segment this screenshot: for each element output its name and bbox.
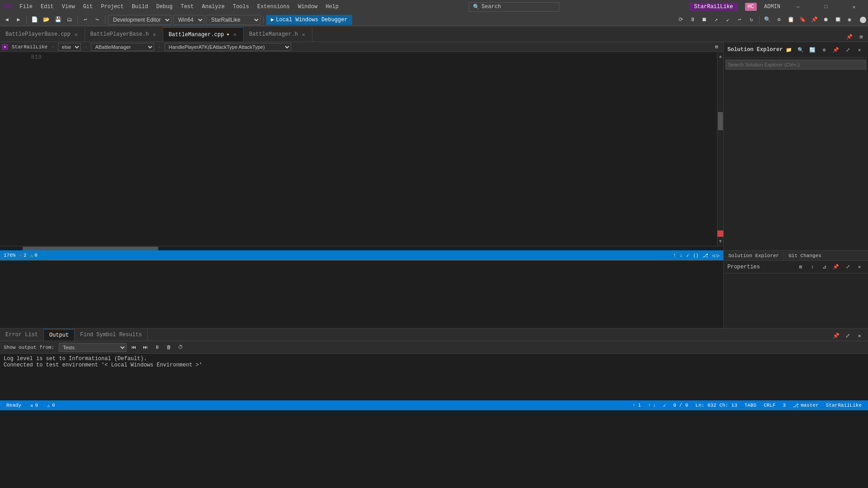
tab-battleplayerbase-h[interactable]: BattlePlayerBase.h ✕ <box>85 27 163 42</box>
prop-sort-btn[interactable]: ↕ <box>807 262 817 272</box>
tab-close-1[interactable]: ✕ <box>151 31 157 38</box>
code-content[interactable] <box>43 52 717 246</box>
down-navigation[interactable]: ↓ <box>679 253 683 258</box>
se-close-btn[interactable]: ✕ <box>854 45 864 55</box>
toolbar-btn-11[interactable]: 🔖 <box>797 15 807 25</box>
output-toolbar-btn-3[interactable]: ⏸ <box>152 343 162 352</box>
menu-window[interactable]: Window <box>294 3 321 11</box>
status-project[interactable]: StarRailLike <box>823 403 864 408</box>
tab-output[interactable]: Output <box>44 329 75 341</box>
status-crlf[interactable]: CRLF <box>761 403 778 408</box>
output-expand-btn[interactable]: ⤢ <box>843 331 853 341</box>
nav-arrows[interactable]: ⟨⟩ <box>693 253 699 258</box>
toolbar-save[interactable]: 💾 <box>53 15 63 25</box>
output-toolbar-btn-4[interactable]: 🗑 <box>164 343 174 352</box>
menu-view[interactable]: View <box>58 3 79 11</box>
prop-pin-btn[interactable]: 📌 <box>831 262 841 272</box>
prop-filter-btn[interactable]: ⊿ <box>819 262 829 272</box>
scroll-down-btn[interactable]: ▼ <box>717 237 723 246</box>
toolbar-btn-12[interactable]: 📌 <box>809 15 819 25</box>
output-toolbar-btn-2[interactable]: ⏭ <box>140 343 150 352</box>
config-dropdown[interactable]: Development Editor <box>108 15 171 25</box>
menu-project[interactable]: Project <box>97 3 127 11</box>
tab-pin-button[interactable]: 📌 <box>844 32 854 42</box>
se-toolbar-btn-3[interactable]: 🔄 <box>807 45 817 55</box>
menu-tools[interactable]: Tools <box>229 3 253 11</box>
se-toolbar-btn-2[interactable]: 🔍 <box>796 45 806 55</box>
toolbar-undo[interactable]: ↩ <box>80 15 90 25</box>
solution-explorer-search[interactable] <box>726 60 866 70</box>
nav-class-dropdown[interactable]: else <box>58 43 81 51</box>
tab-close-2[interactable]: ✕ <box>232 31 238 38</box>
h-scroll-icon2[interactable]: ▷ <box>717 253 720 258</box>
toolbar-btn-1[interactable]: ⟳ <box>676 15 686 25</box>
toolbar-btn-14[interactable]: 🔲 <box>833 15 843 25</box>
platform-dropdown[interactable]: Win64 <box>173 15 204 25</box>
prop-close-btn[interactable]: ✕ <box>854 262 864 272</box>
status-errors[interactable]: ✕ 0 <box>28 400 41 410</box>
toolbar-btn-8[interactable]: 🔍 <box>762 15 772 25</box>
prop-grid-btn[interactable]: ⊞ <box>796 262 806 272</box>
nav-namespace-dropdown[interactable]: ABattleManager <box>91 43 154 51</box>
status-warnings[interactable]: ⚠ 0 <box>44 400 57 410</box>
se-tab-solution-explorer[interactable]: Solution Explorer <box>724 251 784 260</box>
menu-test[interactable]: Test <box>177 3 198 11</box>
menu-extensions[interactable]: Extensions <box>254 3 293 11</box>
menu-analyze[interactable]: Analyze <box>198 3 228 11</box>
status-line-col[interactable]: Ln: 832 Ch: 13 <box>693 403 740 408</box>
menu-file[interactable]: File <box>16 3 36 11</box>
toolbar-back[interactable]: ◀ <box>2 15 12 25</box>
toolbar-btn-4[interactable]: ↗ <box>711 15 721 25</box>
menu-git[interactable]: Git <box>80 3 97 11</box>
status-ready[interactable]: Ready <box>4 400 24 410</box>
menu-help[interactable]: Help <box>322 3 342 11</box>
toolbar-save-all[interactable]: 🗂 <box>65 15 75 25</box>
code-editor[interactable]: 819 ▲ ▼ <box>0 52 723 246</box>
toolbar-btn-15[interactable]: ◉ <box>844 15 854 25</box>
up-navigation[interactable]: ↑ <box>673 253 676 258</box>
toolbar-btn-5[interactable]: ↙ <box>723 15 733 25</box>
se-tab-git-changes[interactable]: Git Changes <box>784 251 826 260</box>
menu-edit[interactable]: Edit <box>37 3 57 11</box>
prop-expand-btn[interactable]: ⤢ <box>843 262 853 272</box>
tab-error-list[interactable]: Error List <box>0 329 44 341</box>
vertical-scrollbar[interactable]: ▲ ▼ <box>717 52 723 246</box>
status-indicator2[interactable]: 3 <box>780 403 789 408</box>
toolbar-btn-10[interactable]: 📋 <box>786 15 796 25</box>
status-check[interactable]: ✓ <box>660 403 669 408</box>
toolbar-btn-2[interactable]: ⏸ <box>688 15 698 25</box>
se-expand-btn[interactable]: ⤢ <box>843 45 853 55</box>
scroll-thumb[interactable] <box>718 112 723 130</box>
output-close-btn[interactable]: ✕ <box>854 331 864 341</box>
global-search-box[interactable]: 🔍 Search <box>469 2 559 12</box>
menu-debug[interactable]: Debug <box>153 3 176 11</box>
se-pin-btn[interactable]: 📌 <box>831 45 841 55</box>
menu-build[interactable]: Build <box>128 3 152 11</box>
tab-close-3[interactable]: ✕ <box>301 31 307 38</box>
branch-status[interactable]: ⎇ <box>703 253 708 258</box>
toolbar-open[interactable]: 📂 <box>41 15 51 25</box>
h-scroll-icon[interactable]: ◁ <box>712 253 715 258</box>
toolbar-redo[interactable]: ↪ <box>92 15 102 25</box>
tab-split-button[interactable]: ⊞ <box>856 32 866 42</box>
status-git[interactable]: ⎇ master <box>790 403 821 408</box>
maximize-button[interactable]: □ <box>816 0 836 14</box>
output-toolbar-btn-5[interactable]: ⏱ <box>175 343 185 352</box>
toolbar-btn-9[interactable]: ⚙ <box>774 15 784 25</box>
horizontal-scrollbar[interactable] <box>0 246 723 250</box>
project-dropdown[interactable]: StarRailLike <box>206 15 260 25</box>
scroll-up-btn[interactable]: ▲ <box>717 52 723 61</box>
toolbar-btn-7[interactable]: ↻ <box>746 15 756 25</box>
toolbar-btn-3[interactable]: ⏹ <box>699 15 709 25</box>
output-toolbar-btn-1[interactable]: ⏮ <box>128 343 138 352</box>
tab-battlemanager-h[interactable]: BattleManager.h ✕ <box>244 27 312 42</box>
nav-method-dropdown[interactable]: HandlePlayerATK(EAttackType AttackType) <box>165 43 291 51</box>
tab-battleplayerbase-cpp[interactable]: BattlePlayerBase.cpp ✕ <box>0 27 85 42</box>
se-toolbar-btn-4[interactable]: ⚙ <box>819 45 829 55</box>
output-source-select[interactable]: Tests <box>59 343 127 352</box>
toolbar-new[interactable]: 📄 <box>29 15 39 25</box>
toolbar-btn-13[interactable]: ⏺ <box>821 15 831 25</box>
minimize-button[interactable]: — <box>788 0 808 14</box>
output-pin-btn[interactable]: 📌 <box>831 331 841 341</box>
scroll-thumb-h[interactable] <box>23 247 158 250</box>
